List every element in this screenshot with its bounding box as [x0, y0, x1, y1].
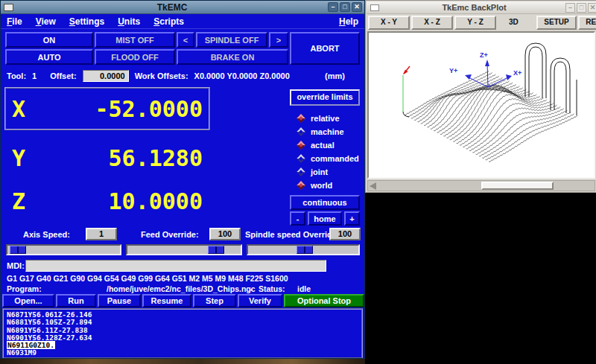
dro-row[interactable]: X -52.0000 — [4, 87, 210, 130]
toolpath-arches — [525, 43, 577, 115]
brake-button[interactable]: BRAKE ON — [177, 49, 288, 65]
jog-minus-button[interactable]: - — [290, 211, 305, 226]
mist-button[interactable]: MIST OFF — [95, 32, 175, 48]
horizontal-scrollbar[interactable] — [367, 180, 595, 191]
window-icon — [370, 4, 379, 11]
jog-plus-button[interactable]: + — [344, 211, 360, 226]
spindle-button[interactable]: SPINDLE OFF — [196, 32, 267, 48]
slider-handle[interactable] — [208, 246, 224, 254]
menu-file[interactable]: File — [7, 16, 22, 27]
tool-status-row: Tool: 1 Offset: 0.0000 Work Offsets: X0.… — [7, 69, 358, 82]
menu-settings[interactable]: Settings — [69, 16, 104, 27]
radio-label: joint — [311, 167, 328, 176]
offset-label: Offset: — [50, 71, 76, 80]
feed-override-label: Feed Override: — [141, 230, 199, 239]
radio-diamond-icon — [297, 141, 305, 149]
listing-line: N6901Y56.128Z-27.634 — [7, 334, 358, 342]
verify-button[interactable]: Verify — [238, 294, 282, 307]
run-button[interactable]: Run — [56, 294, 96, 307]
active-gcodes: G1 G17 G40 G21 G90 G94 G54 G49 G99 G64 G… — [7, 274, 288, 283]
minimize-icon[interactable]: – — [328, 2, 338, 12]
abort-button[interactable]: ABORT — [290, 32, 360, 65]
optional-stop-button[interactable]: Optional Stop — [284, 294, 364, 307]
dro-axis-value: -52.0000 — [95, 96, 203, 122]
minimize-icon[interactable]: – — [565, 3, 575, 13]
dro-axis-letter: Z — [12, 188, 25, 214]
spindle-override-label: Spindle speed Override: — [245, 230, 340, 239]
view-radio[interactable]: relative — [298, 112, 340, 124]
spindle-override-value: 100 — [329, 228, 361, 240]
radio-diamond-icon — [297, 127, 305, 135]
view-3d-button[interactable]: 3D — [509, 18, 519, 26]
jog-increment-button[interactable]: continuous — [290, 195, 360, 210]
close-icon[interactable]: ✕ — [588, 3, 596, 13]
view-radio[interactable]: actual — [298, 139, 335, 151]
machine-on-button[interactable]: ON — [5, 32, 93, 48]
feed-override-slider[interactable] — [126, 244, 242, 255]
view-radio[interactable]: world — [298, 179, 332, 191]
override-limits-button[interactable]: override limits — [290, 89, 360, 106]
menu-units[interactable]: Units — [118, 16, 140, 27]
backplot-canvas[interactable]: Z+ Y+ X+ — [367, 31, 595, 179]
radio-label: actual — [311, 141, 335, 150]
radio-diamond-icon — [297, 154, 305, 162]
menu-help[interactable]: Help — [339, 16, 358, 27]
radio-diamond-icon — [297, 114, 305, 122]
open-button[interactable]: Open... — [2, 294, 54, 307]
x-axis-label: X+ — [513, 69, 522, 77]
view-radio[interactable]: joint — [298, 166, 328, 178]
close-icon[interactable]: ✕ — [352, 2, 362, 12]
step-button[interactable]: Step — [193, 294, 236, 307]
radio-label: machine — [311, 127, 344, 136]
menu-scripts[interactable]: Scripts — [153, 16, 184, 27]
menu-view[interactable]: View — [36, 16, 56, 27]
y-axis-label: Y+ — [449, 67, 457, 74]
scroll-left-icon[interactable] — [370, 182, 376, 190]
mode-auto-button[interactable]: AUTO — [5, 49, 93, 65]
z-axis-label: Z+ — [480, 51, 488, 59]
home-button[interactable]: home — [308, 211, 342, 226]
program-listing[interactable]: N6871Y56.061Z-26.146N6881Y56.105Z-27.894… — [2, 308, 363, 359]
maximize-icon[interactable]: □ — [577, 3, 586, 13]
tool-value: 1 — [32, 71, 37, 80]
axis-triad: Z+ Y+ X+ — [449, 51, 522, 87]
slider-handle[interactable] — [297, 246, 313, 254]
reset-button[interactable]: RESET — [578, 16, 596, 30]
view-xz-button[interactable]: X - Z — [411, 16, 453, 30]
view-radio[interactable]: commanded — [298, 153, 359, 165]
tkemc-titlebar[interactable]: TkEMC – □ ✕ — [1, 1, 364, 14]
flood-button[interactable]: FLOOD OFF — [95, 49, 175, 65]
radio-label: commanded — [311, 154, 359, 163]
listing-line: N6931M9 — [7, 349, 358, 357]
menubar: File View Settings Units Scripts Help — [1, 15, 364, 29]
window-icon — [4, 4, 13, 11]
axis-speed-slider[interactable] — [6, 244, 121, 255]
mdi-input[interactable] — [25, 260, 326, 272]
dro-axis-letter: X — [12, 96, 25, 122]
maximize-icon[interactable]: □ — [340, 2, 350, 12]
view-xy-button[interactable]: X - Y — [368, 16, 410, 30]
mdi-label: MDI: — [7, 261, 25, 270]
setup-button[interactable]: SETUP — [536, 16, 577, 30]
spindle-increase-button[interactable]: > — [269, 32, 288, 48]
dro-row[interactable]: Y 56.1280 — [4, 142, 210, 173]
spindle-override-slider[interactable] — [247, 244, 360, 255]
desktop: TkEMC – □ ✕ File View Settings Units Scr… — [0, 0, 596, 364]
radio-label: world — [311, 181, 332, 190]
view-radio[interactable]: machine — [298, 126, 344, 138]
pause-button[interactable]: Pause — [98, 294, 141, 307]
work-offsets-label: Work Offsets: — [135, 71, 188, 80]
slider-handle[interactable] — [10, 246, 26, 254]
dro-axis-value: 10.0000 — [109, 188, 203, 214]
resume-button[interactable]: Resume — [142, 294, 191, 307]
offset-entry[interactable]: 0.0000 — [83, 70, 129, 82]
spindle-decrease-button[interactable]: < — [177, 32, 194, 48]
backplot-titlebar[interactable]: TkEmc BackPlot – □ ✕ — [367, 1, 596, 14]
window-title: TkEMC — [16, 2, 328, 13]
backplot-window: TkEmc BackPlot – □ ✕ X - Y X - Z Y - Z 3… — [365, 0, 596, 193]
program-label: Program: — [7, 284, 42, 293]
dro-row[interactable]: Z 10.0000 — [4, 185, 210, 217]
view-yz-button[interactable]: Y - Z — [454, 16, 496, 30]
scrollbar-thumb[interactable] — [481, 182, 554, 190]
machine-toggle-grid: ON MIST OFF < SPINDLE OFF > ABORT AUTO F… — [5, 32, 360, 66]
